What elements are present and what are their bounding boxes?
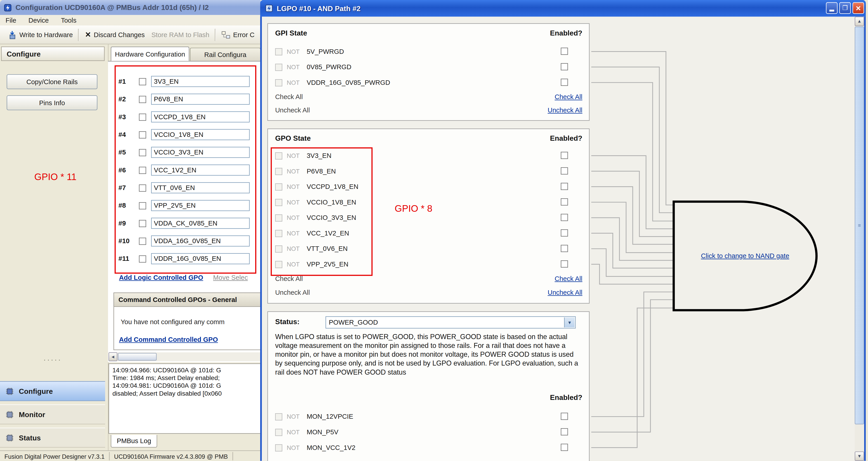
not-checkbox[interactable] [275,413,282,420]
not-checkbox[interactable] [275,444,282,451]
maximize-button[interactable]: ❐ [839,2,851,14]
main-titlebar: Configuration UCD90160A @ PMBus Addr 101… [0,0,260,15]
menu-device[interactable]: Device [29,16,49,24]
enabled-checkbox[interactable] [561,198,568,206]
toolbar-separator [215,29,216,41]
enabled-checkbox[interactable] [561,79,568,86]
add-logic-gpo-link[interactable]: Add Logic Controlled GPO [119,274,203,281]
menu-tools[interactable]: Tools [61,16,76,24]
write-to-hardware-button[interactable]: Write to Hardware [4,28,76,41]
not-label: NOT [287,429,303,435]
sidebar-item-status[interactable]: Status [0,428,105,448]
status-dropdown[interactable]: POWER_GOOD ▼ [326,316,576,328]
gpo-not-check-all[interactable]: Check All [275,275,303,283]
gpi-row: NOT 5V_PWRGD [275,47,574,56]
annotation-gpio-8: GPIO * 8 [395,203,432,214]
scrollbar-grip-icon: ≡ [858,223,861,228]
gpi-check-all-link[interactable]: Check All [531,93,582,100]
configure-icon [5,387,14,395]
not-checkbox[interactable] [275,48,282,55]
discard-icon: ✕ [85,31,91,39]
enabled-checkbox[interactable] [561,412,568,420]
not-label: NOT [287,64,303,70]
configure-pane-header: Configure [1,47,105,61]
gate-wires [591,0,677,461]
pins-info-button[interactable]: Pins Info [6,95,97,110]
scrollbar-thumb[interactable]: ≡ [855,27,864,424]
status-description: When LGPO status is set to POWER_GOOD, t… [275,332,581,377]
gpo-uncheck-all-link[interactable]: Uncheck All [531,289,582,296]
annotation-rect-gpio-11 [115,65,256,274]
discard-changes-label: Discard Changes [94,31,145,38]
command-gpo-panel-header: Command Controlled GPOs - General [114,292,260,307]
enabled-checkbox[interactable] [561,63,568,70]
write-to-hardware-icon [8,30,17,39]
monitor-icon [5,410,14,419]
gpo-check-all-link[interactable]: Check All [531,275,582,283]
discard-changes-button[interactable]: ✕ Discard Changes [82,28,148,41]
dialog-icon [265,4,274,13]
gpo-enabled-header: Enabled? [542,134,582,143]
mon-row: NOT MON_12VPCIE [275,412,574,421]
dropdown-arrow-icon[interactable]: ▼ [564,317,575,327]
scroll-down-button[interactable]: ▼ [855,452,864,461]
gpi-row: NOT VDDR_16G_0V85_PWRGD [275,78,574,87]
tab-pmbus-log[interactable]: PMBus Log [111,435,157,448]
toolbar-separator [78,29,79,41]
log-line: disabled; Assert Delay disabled [0x060 [112,390,257,397]
enabled-checkbox[interactable] [561,152,568,159]
not-label: NOT [287,413,303,420]
enabled-checkbox[interactable] [561,167,568,175]
gpi-uncheck-all-link[interactable]: Uncheck All [531,106,582,114]
dialog-titlebar[interactable]: LGPO #10 - AND Path #2 ▂ ❐ ✕ [260,0,866,17]
gpi-signal-name: VDDR_16G_0V85_PWRGD [307,79,390,86]
gpi-not-check-all[interactable]: Check All [275,93,303,100]
close-button[interactable]: ✕ [852,2,864,14]
menu-bar: File Device Tools [0,15,260,26]
enabled-checkbox[interactable] [561,214,568,221]
enabled-checkbox[interactable] [561,245,568,252]
not-checkbox[interactable] [275,63,282,70]
menu-file[interactable]: File [5,16,16,24]
gpo-state-header: GPO State [275,134,311,143]
gpi-enabled-header: Enabled? [542,29,582,37]
gpi-state-header: GPI State [275,29,307,37]
enabled-checkbox[interactable] [561,183,568,190]
pane-splitter-handle[interactable]: ····· [0,355,105,364]
enabled-checkbox[interactable] [561,48,568,55]
status-dropdown-value: POWER_GOOD [329,318,378,326]
not-checkbox[interactable] [275,79,282,86]
annotation-gpio-11: GPIO * 11 [34,172,76,183]
not-label: NOT [287,48,303,55]
not-checkbox[interactable] [275,428,282,436]
scroll-up-button[interactable]: ▲ [855,17,864,26]
dialog-vertical-scrollbar[interactable]: ▲ ≡ ▼ [855,17,864,461]
enabled-checkbox[interactable] [561,444,568,451]
scroll-left-button[interactable]: ◄ [108,352,117,361]
dialog-title: LGPO #10 - AND Path #2 [277,4,360,12]
tab-hardware-configuration[interactable]: Hardware Configuration [111,47,189,61]
enabled-checkbox[interactable] [561,229,568,237]
write-to-hardware-label: Write to Hardware [20,31,73,38]
gpi-not-uncheck-all[interactable]: Uncheck All [275,106,310,114]
sidebar-item-configure[interactable]: Configure [0,381,105,401]
mon-enabled-header: Enabled? [542,393,582,402]
error-check-button[interactable]: Error C [218,28,258,41]
gpo-not-uncheck-all[interactable]: Uncheck All [275,289,310,296]
sidebar-label-monitor: Monitor [19,410,45,419]
store-ram-button[interactable]: Store RAM to Flash [148,29,213,41]
command-gpo-panel-body [114,307,260,350]
enabled-checkbox[interactable] [561,428,568,435]
change-to-nand-link[interactable]: Click to change to NAND gate [701,252,789,260]
add-command-gpo-link[interactable]: Add Command Controlled GPO [119,336,218,343]
horizontal-scrollbar[interactable]: ◄ [108,352,260,361]
sidebar-item-monitor[interactable]: Monitor [0,404,105,424]
copy-clone-rails-button[interactable]: Copy/Clone Rails [6,74,97,89]
mon-signal-name: MON_12VPCIE [307,412,353,420]
minimize-button[interactable]: ▂ [826,2,837,14]
enabled-checkbox[interactable] [561,260,568,268]
tab-rail-configuration[interactable]: Rail Configura [190,48,260,61]
scrollbar-thumb[interactable] [118,353,157,361]
gpi-signal-name: 5V_PWRGD [307,48,344,55]
move-selected-link[interactable]: Move Selec [213,274,248,281]
